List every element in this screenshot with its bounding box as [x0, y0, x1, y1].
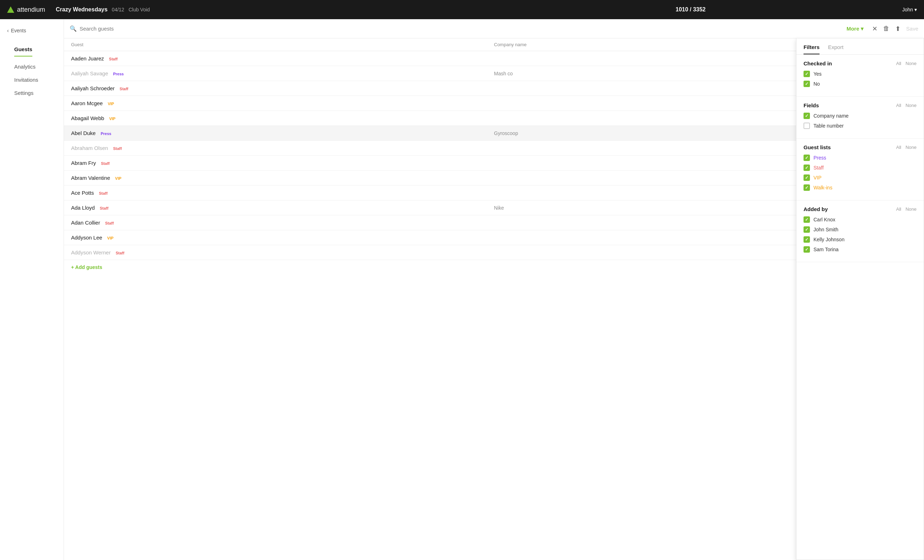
- share-icon[interactable]: ⬆: [895, 25, 900, 33]
- table-row[interactable]: Adan CollierStaff: [64, 215, 924, 230]
- field-company-checkbox[interactable]: ✓: [804, 113, 810, 119]
- field-table-checkbox[interactable]: [804, 123, 810, 129]
- added-by-john-label: John Smith: [813, 227, 838, 232]
- table-row[interactable]: Addyson WernerStaff: [64, 245, 924, 260]
- search-input[interactable]: [80, 25, 248, 31]
- guest-tag: Press: [111, 71, 126, 77]
- guest-tag: Staff: [113, 250, 126, 256]
- sidebar-item-analytics[interactable]: Analytics: [7, 60, 43, 73]
- added-by-carl-row: ✓ Carl Knox: [804, 216, 916, 223]
- checkmark-icon: ✓: [805, 113, 808, 118]
- sidebar: ‹ Events Guests Analytics Invitations Se…: [0, 19, 64, 560]
- sidebar-item-settings[interactable]: Settings: [7, 86, 40, 99]
- guest-cell: Aaliyah SavagePress: [71, 70, 494, 76]
- filter-section-added-by: Added by All None ✓ Carl Knox ✓ John Smi…: [796, 201, 924, 262]
- sidebar-item-guests[interactable]: Guests: [14, 43, 32, 57]
- table-row[interactable]: Addyson LeeVIP: [64, 230, 924, 245]
- added-by-kelly-checkbox[interactable]: ✓: [804, 236, 810, 243]
- toolbar: 🔍 More ▾ ✕ 🗑 ⬆ Save: [64, 19, 924, 38]
- added-by-carl-checkbox[interactable]: ✓: [804, 216, 810, 223]
- guests-table-container: Guest Company name Aaden JuarezStaffAali…: [64, 38, 924, 560]
- list-walkins-checkbox[interactable]: ✓: [804, 184, 810, 191]
- guest-cell: Adan CollierStaff: [71, 220, 494, 226]
- user-menu[interactable]: John ▾: [902, 7, 917, 12]
- guest-name: Abraham Olsen: [71, 145, 108, 151]
- guest-cell: Abram ValentineVIP: [71, 175, 494, 181]
- added-by-sam-label: Sam Torina: [813, 247, 839, 252]
- guest-name: Aaliyah Savage: [71, 70, 108, 76]
- guest-name: Addyson Werner: [71, 249, 111, 256]
- guest-tag: VIP: [113, 175, 124, 181]
- tab-filters[interactable]: Filters: [804, 44, 819, 54]
- filter-section-fields: Fields All None ✓ Company name Table num…: [796, 97, 924, 139]
- search-box: 🔍: [70, 25, 248, 32]
- table-row[interactable]: Abraham OlsenStaff: [64, 141, 924, 156]
- checked-in-no-label: No: [813, 81, 820, 87]
- field-table-row: Table number: [804, 123, 916, 129]
- delete-icon[interactable]: 🗑: [883, 25, 890, 32]
- add-guests-button[interactable]: + Add guests: [64, 260, 924, 274]
- added-by-none[interactable]: None: [906, 207, 916, 212]
- fields-none[interactable]: None: [906, 103, 916, 108]
- add-guests-label: + Add guests: [71, 264, 102, 270]
- added-by-sam-checkbox[interactable]: ✓: [804, 246, 810, 253]
- guest-tag: Staff: [118, 86, 130, 92]
- col-guest-header: Guest: [71, 42, 494, 47]
- guest-name: Adan Collier: [71, 220, 100, 226]
- guest-tag: Staff: [107, 56, 120, 62]
- more-chevron-icon: ▾: [861, 25, 864, 32]
- table-row[interactable]: Aaden JuarezStaff: [64, 51, 924, 66]
- checked-in-no-checkbox[interactable]: ✓: [804, 81, 810, 87]
- back-arrow-icon: ‹: [7, 28, 9, 33]
- guest-lists-all-none: All None: [896, 145, 916, 150]
- table-row[interactable]: Ace PottsStaff: [64, 186, 924, 201]
- fields-all[interactable]: All: [896, 103, 901, 108]
- guest-lists-none[interactable]: None: [906, 145, 916, 150]
- checkmark-icon: ✓: [805, 175, 808, 180]
- event-info: Crazy Wednesdays 04/12 Club Void: [56, 6, 479, 13]
- checked-in-all[interactable]: All: [896, 61, 901, 66]
- checked-in-title: Checked in: [804, 60, 832, 66]
- guest-tag: Press: [99, 131, 113, 136]
- checkmark-icon: ✓: [805, 227, 808, 232]
- added-by-all-none: All None: [896, 207, 916, 212]
- guest-name: Abagail Webb: [71, 115, 104, 121]
- checked-in-yes-checkbox[interactable]: ✓: [804, 71, 810, 77]
- event-count: 1010 / 3352: [479, 6, 902, 13]
- sidebar-item-invitations[interactable]: Invitations: [7, 73, 45, 86]
- guest-name: Ace Potts: [71, 190, 94, 196]
- added-by-john-checkbox[interactable]: ✓: [804, 226, 810, 233]
- save-button[interactable]: Save: [906, 25, 918, 31]
- checkmark-icon: ✓: [805, 72, 808, 76]
- added-by-kelly-label: Kelly Johnson: [813, 237, 844, 243]
- close-icon[interactable]: ✕: [872, 25, 878, 33]
- table-row[interactable]: Aaliyah SavagePressMash co: [64, 66, 924, 81]
- table-row[interactable]: Abel DukePressGyroscoop: [64, 126, 924, 141]
- guest-cell: Abel DukePress: [71, 130, 494, 136]
- fields-header: Fields All None: [804, 102, 916, 108]
- checkmark-icon: ✓: [805, 165, 808, 170]
- field-table-label: Table number: [813, 123, 844, 129]
- table-row[interactable]: Abram FryStaff: [64, 156, 924, 171]
- list-staff-checkbox[interactable]: ✓: [804, 165, 810, 171]
- list-press-checkbox[interactable]: ✓: [804, 154, 810, 161]
- sidebar-item-wrapper-analytics: Analytics: [0, 60, 64, 73]
- back-label: Events: [11, 28, 26, 33]
- tab-export[interactable]: Export: [828, 44, 843, 54]
- guest-cell: Aaron McgeeVIP: [71, 100, 494, 106]
- guest-name: Abram Valentine: [71, 175, 110, 181]
- guest-name: Aaliyah Schroeder: [71, 85, 115, 91]
- guest-lists-all[interactable]: All: [896, 145, 901, 150]
- checked-in-none[interactable]: None: [906, 61, 916, 66]
- sidebar-back-button[interactable]: ‹ Events: [0, 25, 64, 39]
- added-by-all[interactable]: All: [896, 207, 901, 212]
- table-row[interactable]: Ada LloydStaffNike: [64, 201, 924, 215]
- table-row[interactable]: Aaliyah SchroederStaff: [64, 81, 924, 96]
- table-row[interactable]: Abagail WebbVIP: [64, 111, 924, 126]
- table-row[interactable]: Abram ValentineVIP: [64, 171, 924, 186]
- table-header: Guest Company name: [64, 38, 924, 51]
- table-row[interactable]: Aaron McgeeVIP: [64, 96, 924, 111]
- list-vip-checkbox[interactable]: ✓: [804, 174, 810, 181]
- filter-tabs: Filters Export: [796, 38, 924, 55]
- more-button[interactable]: More ▾: [846, 25, 864, 32]
